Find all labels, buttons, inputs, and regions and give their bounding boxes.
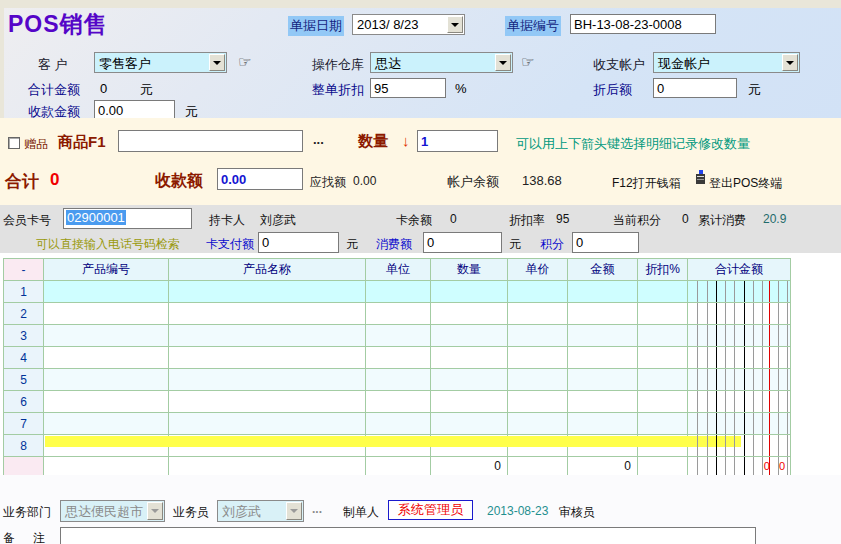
cell-price[interactable] xyxy=(508,303,568,325)
cell-name[interactable] xyxy=(169,369,366,391)
cell-qty[interactable] xyxy=(431,391,508,413)
digit-grid-line xyxy=(725,347,726,368)
discounted-input[interactable] xyxy=(653,78,737,98)
cell-name[interactable] xyxy=(169,413,366,435)
cell-price[interactable] xyxy=(508,281,568,303)
cell-price[interactable] xyxy=(508,347,568,369)
chevron-down-icon[interactable] xyxy=(495,54,511,71)
doc-no-input[interactable] xyxy=(570,14,716,34)
logout-pos-button[interactable]: 登出POS终端 xyxy=(709,175,782,192)
cell-discount[interactable] xyxy=(638,325,688,347)
row-number[interactable]: 3 xyxy=(4,325,44,347)
qty-input[interactable] xyxy=(417,130,498,152)
row-number[interactable]: 8 xyxy=(4,435,44,457)
product-input[interactable] xyxy=(118,130,303,152)
cell-unit[interactable] xyxy=(366,325,431,347)
points-input-label: 积分 xyxy=(540,236,564,253)
cell-code[interactable] xyxy=(44,281,169,303)
grand-total-label: 合计 xyxy=(5,170,39,193)
row-number[interactable]: 6 xyxy=(4,391,44,413)
cell-code[interactable] xyxy=(44,413,169,435)
member-card-input[interactable]: 02900001 xyxy=(63,208,192,229)
cell-code[interactable] xyxy=(44,369,169,391)
cell-amount[interactable] xyxy=(568,303,638,325)
doc-date-select[interactable]: 2013/ 8/23 xyxy=(352,14,465,35)
cell-name[interactable] xyxy=(169,303,366,325)
cell-total[interactable] xyxy=(688,369,791,391)
pointing-hand-icon[interactable]: ☞ xyxy=(238,53,251,71)
cell-amount[interactable] xyxy=(568,347,638,369)
cell-amount[interactable] xyxy=(568,369,638,391)
cell-qty[interactable] xyxy=(431,281,508,303)
cell-total[interactable] xyxy=(688,391,791,413)
row-number[interactable]: 5 xyxy=(4,369,44,391)
chevron-down-icon[interactable] xyxy=(447,16,463,33)
cell-name[interactable] xyxy=(169,281,366,303)
cell-unit[interactable] xyxy=(366,281,431,303)
cell-discount[interactable] xyxy=(638,391,688,413)
chevron-down-icon[interactable] xyxy=(209,54,225,71)
cell-total[interactable] xyxy=(688,325,791,347)
cell-amount[interactable] xyxy=(568,413,638,435)
received-amount-input[interactable] xyxy=(94,100,175,120)
dept-select[interactable]: 思达便民超市 xyxy=(60,500,165,522)
cell-code[interactable] xyxy=(44,303,169,325)
cell-discount[interactable] xyxy=(638,413,688,435)
row-number[interactable]: 4 xyxy=(4,347,44,369)
digit-grid-line xyxy=(697,391,698,412)
cell-discount[interactable] xyxy=(638,303,688,325)
cell-total[interactable] xyxy=(688,281,791,303)
cell-amount[interactable] xyxy=(568,325,638,347)
cell-unit[interactable] xyxy=(366,413,431,435)
cell-discount[interactable] xyxy=(638,369,688,391)
cell-unit[interactable] xyxy=(366,303,431,325)
cell-price[interactable] xyxy=(508,413,568,435)
chevron-down-icon[interactable] xyxy=(782,54,798,71)
digit-grid-line xyxy=(753,413,754,434)
cell-unit[interactable] xyxy=(366,391,431,413)
cell-total[interactable] xyxy=(688,347,791,369)
cell-discount[interactable] xyxy=(638,281,688,303)
product-browse-ellipsis[interactable]: ... xyxy=(313,132,324,147)
cell-code[interactable] xyxy=(44,391,169,413)
cell-price[interactable] xyxy=(508,391,568,413)
open-drawer-button[interactable]: F12打开钱箱 xyxy=(612,175,681,192)
account-select[interactable]: 现金帐户 xyxy=(653,52,800,73)
cell-name[interactable] xyxy=(169,325,366,347)
cell-code[interactable] xyxy=(44,325,169,347)
salesman-select[interactable]: 刘彦武 xyxy=(217,500,304,522)
row-number[interactable]: 7 xyxy=(4,413,44,435)
digit-grid-line xyxy=(787,303,788,324)
pointing-hand-icon[interactable]: ☞ xyxy=(521,53,534,71)
cell-amount[interactable] xyxy=(568,281,638,303)
cell-unit[interactable] xyxy=(366,369,431,391)
salesman-browse-ellipsis[interactable]: ... xyxy=(312,502,322,516)
cell-discount[interactable] xyxy=(638,347,688,369)
cell-price[interactable] xyxy=(508,369,568,391)
remark-input[interactable] xyxy=(60,527,756,544)
chevron-down-icon xyxy=(147,502,163,520)
cell-total[interactable] xyxy=(688,303,791,325)
row-number[interactable]: 2 xyxy=(4,303,44,325)
row-number[interactable]: 1 xyxy=(4,281,44,303)
customer-select[interactable]: 零售客户 xyxy=(94,52,227,73)
cell-code[interactable] xyxy=(44,347,169,369)
cell-qty[interactable] xyxy=(431,303,508,325)
pay-received-input[interactable] xyxy=(217,168,303,190)
discount-input[interactable] xyxy=(370,78,446,98)
cell-qty[interactable] xyxy=(431,347,508,369)
cell-qty[interactable] xyxy=(431,369,508,391)
cell-unit[interactable] xyxy=(366,347,431,369)
warehouse-select[interactable]: 思达 xyxy=(370,52,513,73)
cell-qty[interactable] xyxy=(431,413,508,435)
cell-name[interactable] xyxy=(169,391,366,413)
cell-price[interactable] xyxy=(508,325,568,347)
cell-name[interactable] xyxy=(169,347,366,369)
consume-input[interactable] xyxy=(423,232,502,253)
card-pay-input[interactable] xyxy=(258,232,339,253)
points-input[interactable] xyxy=(572,232,639,253)
cell-amount[interactable] xyxy=(568,391,638,413)
gift-checkbox[interactable] xyxy=(8,137,20,149)
cell-qty[interactable] xyxy=(431,325,508,347)
cell-total[interactable] xyxy=(688,413,791,435)
